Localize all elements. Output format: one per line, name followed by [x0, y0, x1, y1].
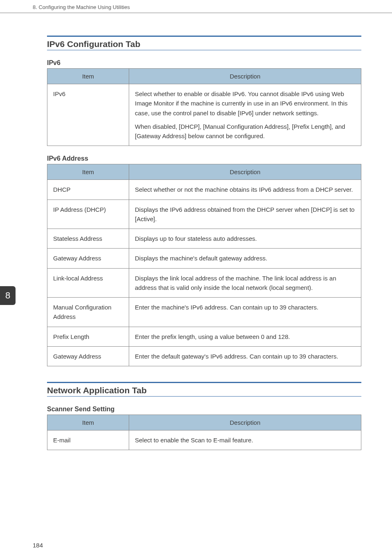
- cell-item: IPv6: [47, 84, 129, 146]
- cell-description: Enter the default gateway's IPv6 address…: [129, 346, 361, 366]
- table-header-row: Item Description: [47, 164, 361, 180]
- table-row: Gateway Address Enter the default gatewa…: [47, 346, 361, 366]
- cell-item: Manual Configuration Address: [47, 298, 129, 327]
- cell-description: Enter the prefix length, using a value b…: [129, 327, 361, 346]
- cell-description: Displays the IPv6 address obtained from …: [129, 200, 361, 229]
- subheading-ipv6: IPv6: [47, 59, 361, 67]
- cell-item: IP Address (DHCP): [47, 200, 129, 229]
- cell-description: Displays the link local address of the m…: [129, 268, 361, 298]
- table-row: IP Address (DHCP) Displays the IPv6 addr…: [47, 200, 361, 229]
- col-header-description: Description: [129, 69, 361, 84]
- cell-item: Gateway Address: [47, 249, 129, 268]
- subheading-scanner-send: Scanner Send Setting: [47, 406, 361, 413]
- col-header-description: Description: [129, 415, 361, 430]
- table-row: Link-local Address Displays the link loc…: [47, 268, 361, 298]
- table-header-row: Item Description: [47, 69, 361, 84]
- chapter-side-tab: 8: [0, 286, 16, 305]
- cell-item: Prefix Length: [47, 327, 129, 346]
- table-scanner-send: Item Description E-mail Select to enable…: [47, 415, 361, 450]
- cell-description: Displays the machine's default gateway a…: [129, 249, 361, 268]
- desc-paragraph: When disabled, [DHCP], [Manual Configura…: [135, 122, 355, 141]
- cell-description: Select to enable the Scan to E-mail feat…: [129, 430, 361, 450]
- table-ipv6-address: Item Description DHCP Select whether or …: [47, 164, 361, 366]
- col-header-item: Item: [47, 69, 129, 84]
- subheading-ipv6-address: IPv6 Address: [47, 155, 361, 162]
- table-ipv6: Item Description IPv6 Select whether to …: [47, 68, 361, 146]
- cell-description: Enter the machine's IPv6 address. Can co…: [129, 298, 361, 327]
- section-heading-ipv6-config: IPv6 Configuration Tab: [47, 36, 361, 50]
- cell-item: Gateway Address: [47, 346, 129, 366]
- table-row: Stateless Address Displays up to four st…: [47, 229, 361, 249]
- cell-description: Select whether to enable or disable IPv6…: [129, 84, 361, 146]
- table-row: Manual Configuration Address Enter the m…: [47, 298, 361, 327]
- col-header-description: Description: [129, 164, 361, 180]
- section-heading-text: IPv6 Configuration Tab: [47, 39, 361, 49]
- section-heading-text: Network Application Tab: [47, 386, 361, 395]
- cell-item: Link-local Address: [47, 268, 129, 298]
- table-row: DHCP Select whether or not the machine o…: [47, 180, 361, 200]
- table-row: E-mail Select to enable the Scan to E-ma…: [47, 430, 361, 450]
- running-header: 8. Configuring the Machine Using Utiliti…: [0, 4, 392, 13]
- table-row: Prefix Length Enter the prefix length, u…: [47, 327, 361, 346]
- col-header-item: Item: [47, 164, 129, 180]
- table-row: Gateway Address Displays the machine's d…: [47, 249, 361, 268]
- col-header-item: Item: [47, 415, 129, 430]
- cell-item: DHCP: [47, 180, 129, 200]
- cell-description: Displays up to four stateless auto addre…: [129, 229, 361, 249]
- section-heading-network-app: Network Application Tab: [47, 382, 361, 397]
- cell-item: Stateless Address: [47, 229, 129, 249]
- desc-paragraph: Select whether to enable or disable IPv6…: [135, 89, 355, 118]
- cell-item: E-mail: [47, 430, 129, 450]
- table-header-row: Item Description: [47, 415, 361, 430]
- table-row: IPv6 Select whether to enable or disable…: [47, 84, 361, 146]
- page-number: 184: [33, 542, 43, 549]
- cell-description: Select whether or not the machine obtain…: [129, 180, 361, 200]
